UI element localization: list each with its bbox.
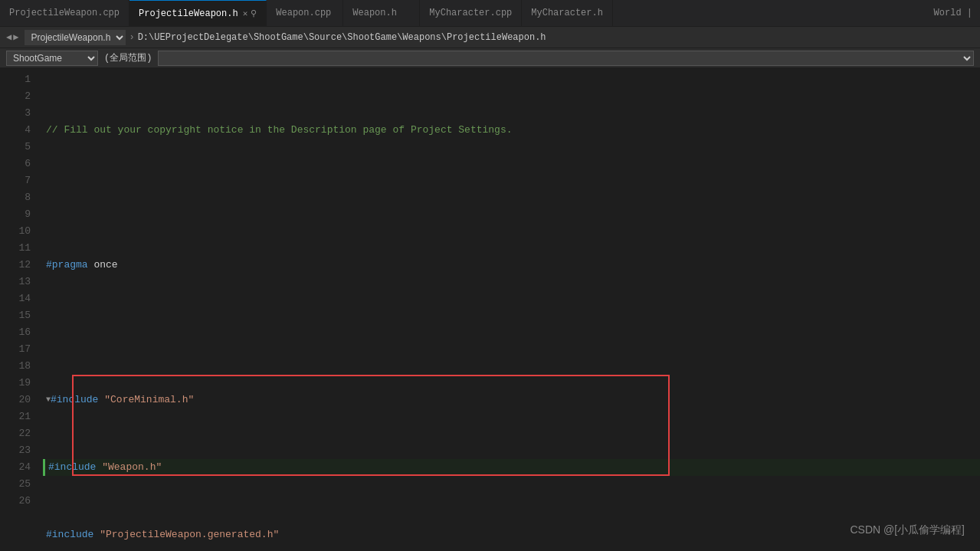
- scope-bar: ShootGame (全局范围): [0, 48, 980, 68]
- ln-18: 18: [0, 358, 31, 375]
- tab-close-icon[interactable]: ✕: [243, 8, 248, 18]
- ln-6: 6: [0, 156, 31, 172]
- file-selector[interactable]: ProjectileWeapon.h: [25, 30, 126, 45]
- code-text: "ProjectileWeapon.generated.h": [100, 526, 279, 543]
- ln-3: 3: [0, 105, 31, 122]
- code-text: #pragma: [46, 257, 88, 274]
- world-label: World |: [926, 0, 980, 26]
- ln-10: 10: [0, 223, 31, 240]
- tab-pin-icon: ⚲: [251, 8, 257, 18]
- tab-label: Weapon.cpp: [276, 8, 331, 18]
- green-indicator: [43, 459, 45, 476]
- forward-arrow-icon[interactable]: ▶: [13, 31, 18, 43]
- code-line-3: #pragma once: [46, 257, 980, 274]
- breadcrumb-path: D:\UEProjectDelegate\ShootGame\Source\Sh…: [138, 32, 546, 43]
- ln-24: 24: [0, 459, 31, 476]
- ln-8: 8: [0, 189, 31, 206]
- code-editor[interactable]: // Fill out your copyright notice in the…: [38, 68, 980, 551]
- code-text: "Weapon.h": [102, 459, 162, 476]
- tab-projectile-h[interactable]: ProjectileWeapon.h ✕ ⚲: [129, 0, 267, 26]
- ln-5: 5: [0, 139, 31, 156]
- ln-2: 2: [0, 88, 31, 105]
- ln-21: 21: [0, 408, 31, 425]
- ln-9: 9: [0, 206, 31, 223]
- back-arrow-icon[interactable]: ◀: [6, 31, 11, 43]
- code-line-5: ▼ #include "CoreMinimal.h": [46, 392, 980, 408]
- ln-11: 11: [0, 240, 31, 257]
- ln-25: 25: [0, 476, 31, 493]
- code-line-6: #include "Weapon.h": [46, 459, 980, 476]
- ln-4: 4: [0, 122, 31, 139]
- code-area: 1 2 3 4 5 6 7 8 9 10 11 12 13 14 15 16 1…: [0, 68, 980, 551]
- tab-mychar-h[interactable]: MyCharacter.h: [522, 0, 613, 26]
- ln-7: 7: [0, 172, 31, 189]
- ln-16: 16: [0, 324, 31, 341]
- code-line-7: #include "ProjectileWeapon.generated.h": [46, 526, 980, 543]
- ln-12: 12: [0, 257, 31, 274]
- ln-26: 26: [0, 493, 31, 510]
- ln-19: 19: [0, 375, 31, 392]
- ln-22: 22: [0, 425, 31, 442]
- tab-bar: ProjectileWeapon.cpp ProjectileWeapon.h …: [0, 0, 980, 27]
- breadcrumb-bar: ◀ ▶ ProjectileWeapon.h › D:\UEProjectDel…: [0, 27, 980, 48]
- ln-20: 20: [0, 392, 31, 408]
- code-line-2: [46, 189, 980, 206]
- ln-14: 14: [0, 290, 31, 307]
- ln-1: 1: [0, 71, 31, 88]
- tab-label: MyCharacter.h: [531, 8, 603, 18]
- code-text: // Fill out your copyright notice in the…: [46, 122, 513, 139]
- tab-label: ProjectileWeapon.cpp: [9, 8, 120, 18]
- line-numbers: 1 2 3 4 5 6 7 8 9 10 11 12 13 14 15 16 1…: [0, 68, 38, 551]
- tab-label: MyCharacter.cpp: [429, 8, 512, 18]
- project-scope-select[interactable]: ShootGame: [6, 51, 98, 66]
- tab-weapon-cpp[interactable]: Weapon.cpp: [267, 0, 343, 26]
- tab-projectile-cpp[interactable]: ProjectileWeapon.cpp: [0, 0, 129, 26]
- tab-weapon-h[interactable]: Weapon.h: [343, 0, 420, 26]
- scope-separator: (全局范围): [104, 51, 152, 64]
- csdn-watermark: CSDN @[小瓜偷学编程]: [850, 523, 965, 537]
- global-scope-select[interactable]: [158, 51, 974, 66]
- ln-15: 15: [0, 307, 31, 324]
- nav-arrows: ◀ ▶: [6, 31, 18, 43]
- code-line-4: [46, 324, 980, 341]
- breadcrumb-arrow-icon: ›: [129, 32, 134, 43]
- code-text: #include: [51, 392, 104, 408]
- code-line-1: // Fill out your copyright notice in the…: [46, 122, 980, 139]
- ln-23: 23: [0, 442, 31, 459]
- ln-13: 13: [0, 274, 31, 290]
- code-text: once: [88, 257, 118, 274]
- ln-17: 17: [0, 341, 31, 358]
- tab-label: Weapon.h: [352, 8, 397, 18]
- tab-mychar-cpp[interactable]: MyCharacter.cpp: [420, 0, 522, 26]
- code-text: "CoreMinimal.h": [104, 392, 194, 408]
- code-text: #include: [46, 526, 100, 543]
- code-text: #include: [48, 459, 102, 476]
- tab-label-active: ProjectileWeapon.h: [139, 8, 238, 19]
